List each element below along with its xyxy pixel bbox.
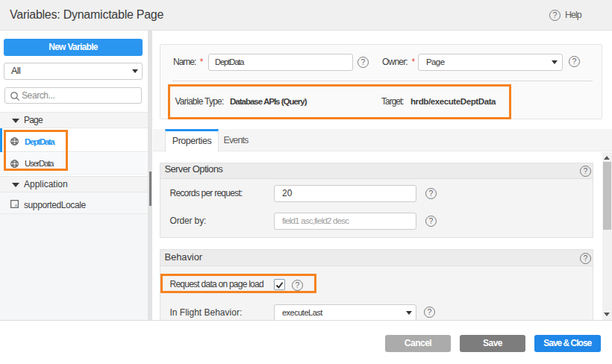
svg-text:x: x	[14, 202, 17, 207]
